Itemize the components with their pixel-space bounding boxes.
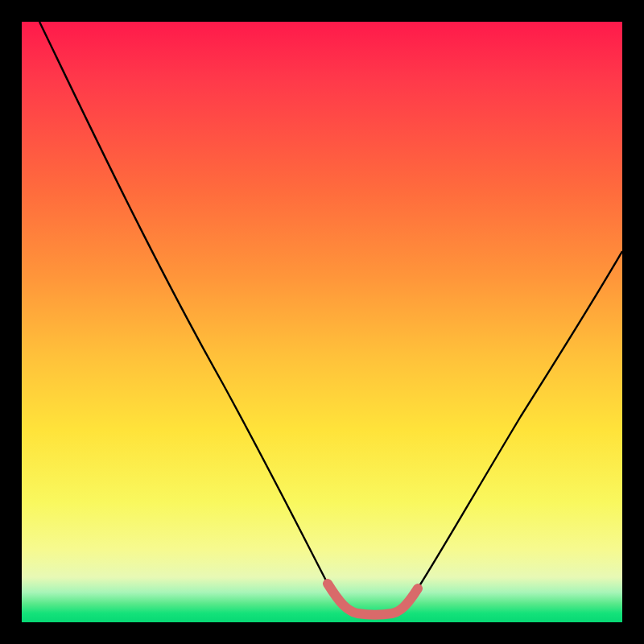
curve-layer bbox=[22, 22, 622, 622]
plot-area bbox=[22, 22, 622, 622]
optimal-range-marker bbox=[328, 584, 418, 615]
chart-frame: TheBottleneck.com bbox=[0, 0, 644, 644]
bottleneck-curve bbox=[39, 22, 622, 615]
